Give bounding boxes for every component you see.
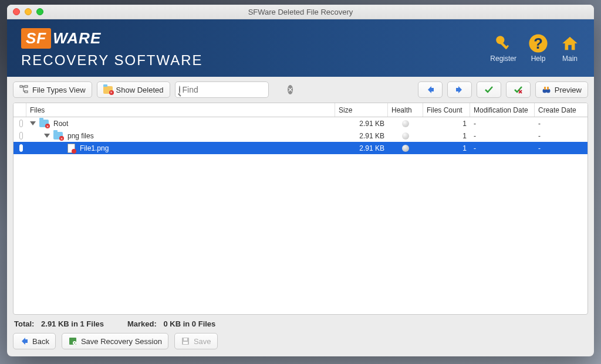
register-label: Register xyxy=(490,55,516,63)
logo-badge: SF xyxy=(21,28,51,49)
svg-text:?: ? xyxy=(534,35,543,52)
folder-icon: × xyxy=(39,120,49,127)
row-create-date: - xyxy=(535,120,588,128)
row-count: 1 xyxy=(423,144,470,152)
toolbar: File Types View × Show Deleted ✕ Preview xyxy=(7,77,594,103)
preview-button[interactable]: Preview xyxy=(535,81,588,98)
folder-icon: × xyxy=(53,132,63,140)
disclosure-triangle-icon[interactable] xyxy=(30,121,36,125)
col-health[interactable]: Health xyxy=(388,103,423,117)
binoculars-icon xyxy=(542,85,551,94)
app-banner: SF WARE RECOVERY SOFTWARE Register ? Hel… xyxy=(7,19,594,77)
file-table: Files Size Health Files Count Modificati… xyxy=(13,103,588,315)
svg-point-0 xyxy=(496,36,504,44)
floppy-icon xyxy=(181,336,190,346)
row-mod-date: - xyxy=(470,144,535,152)
preview-label: Preview xyxy=(555,86,582,94)
show-deleted-label: Show Deleted xyxy=(116,86,164,94)
nav-back-button[interactable] xyxy=(418,81,443,98)
check-x-icon xyxy=(514,85,523,94)
arrow-left-icon xyxy=(426,85,435,94)
main-label: Main xyxy=(562,55,578,63)
file-types-view-button[interactable]: File Types View xyxy=(13,81,92,98)
arrow-right-icon xyxy=(455,85,464,94)
row-create-date: - xyxy=(535,132,588,140)
health-indicator-icon xyxy=(402,145,409,152)
total-value: 2.91 KB in 1 Files xyxy=(41,319,104,328)
svg-rect-10 xyxy=(544,87,546,90)
health-indicator-icon xyxy=(402,132,409,140)
help-button[interactable]: ? Help xyxy=(528,33,548,63)
help-label: Help xyxy=(531,55,546,63)
svg-rect-7 xyxy=(25,91,28,93)
total-label: Total: xyxy=(14,319,34,328)
health-indicator-icon xyxy=(402,120,409,127)
row-checkbox[interactable] xyxy=(19,120,23,127)
arrow-left-icon xyxy=(19,336,29,346)
search-field[interactable]: ✕ xyxy=(175,81,269,98)
window-close-button[interactable] xyxy=(13,8,20,15)
row-name: Root xyxy=(53,120,68,128)
help-icon: ? xyxy=(528,33,548,53)
marked-value: 0 KB in 0 Files xyxy=(163,319,215,328)
row-name: File1.png xyxy=(80,144,109,152)
svg-rect-11 xyxy=(547,87,549,90)
app-window: SFWare Deleted File Recovery SF WARE REC… xyxy=(7,5,594,356)
row-mod-date: - xyxy=(470,120,535,128)
row-create-date: - xyxy=(535,144,588,152)
folder-deleted-icon: × xyxy=(103,86,113,94)
table-row[interactable]: ×Root2.91 KB1-- xyxy=(13,117,588,130)
file-types-view-label: File Types View xyxy=(32,86,86,94)
status-bar: Total: 2.91 KB in 1 Files Marked: 0 KB i… xyxy=(7,315,594,328)
row-mod-date: - xyxy=(470,132,535,140)
titlebar: SFWare Deleted File Recovery xyxy=(7,5,594,19)
mark-button[interactable] xyxy=(477,81,501,98)
save-session-icon xyxy=(68,336,77,346)
back-label: Back xyxy=(32,337,49,346)
table-row[interactable]: File1.png2.91 KB1-- xyxy=(13,142,588,154)
row-count: 1 xyxy=(423,132,470,140)
unmark-button[interactable] xyxy=(506,81,531,98)
row-count: 1 xyxy=(423,120,470,128)
marked-label: Marked: xyxy=(127,319,157,328)
logo-subtitle: RECOVERY SOFTWARE xyxy=(21,52,203,69)
row-checkbox[interactable] xyxy=(19,132,23,140)
save-button[interactable]: Save xyxy=(174,333,218,349)
nav-forward-button[interactable] xyxy=(447,81,472,98)
row-size: 2.91 KB xyxy=(335,144,388,152)
show-deleted-button[interactable]: × Show Deleted xyxy=(97,81,170,98)
register-button[interactable]: Register xyxy=(490,33,516,63)
home-icon xyxy=(560,33,580,53)
disclosure-triangle-icon[interactable] xyxy=(44,134,50,138)
col-create-date[interactable]: Create Date xyxy=(535,103,588,117)
svg-rect-5 xyxy=(20,86,22,87)
row-size: 2.91 KB xyxy=(335,120,388,128)
save-label: Save xyxy=(194,337,211,346)
app-logo: SF WARE RECOVERY SOFTWARE xyxy=(21,28,203,69)
clear-search-button[interactable]: ✕ xyxy=(288,85,293,94)
col-size[interactable]: Size xyxy=(335,103,388,117)
save-session-button[interactable]: Save Recovery Session xyxy=(62,333,168,349)
back-button[interactable]: Back xyxy=(13,333,56,349)
col-mod-date[interactable]: Modification Date xyxy=(470,103,535,117)
row-size: 2.91 KB xyxy=(335,132,388,140)
table-row[interactable]: ×png files2.91 KB1-- xyxy=(13,130,588,142)
search-icon xyxy=(179,86,180,94)
svg-rect-6 xyxy=(25,86,28,87)
window-title: SFWare Deleted File Recovery xyxy=(7,8,594,16)
window-minimize-button[interactable] xyxy=(25,8,32,15)
row-name: png files xyxy=(67,132,94,140)
col-files[interactable]: Files xyxy=(26,103,335,117)
search-input[interactable] xyxy=(183,85,285,94)
window-zoom-button[interactable] xyxy=(36,8,43,15)
file-icon xyxy=(67,144,75,153)
check-icon xyxy=(484,85,494,94)
logo-word: WARE xyxy=(53,29,101,47)
col-files-count[interactable]: Files Count xyxy=(423,103,470,117)
tree-icon xyxy=(19,85,29,94)
table-body[interactable]: ×Root2.91 KB1--×png files2.91 KB1--File1… xyxy=(13,117,588,314)
row-checkbox[interactable] xyxy=(19,144,23,152)
bottom-bar: Back Save Recovery Session Save xyxy=(7,328,594,356)
main-button[interactable]: Main xyxy=(560,33,580,63)
table-header: Files Size Health Files Count Modificati… xyxy=(13,103,588,117)
